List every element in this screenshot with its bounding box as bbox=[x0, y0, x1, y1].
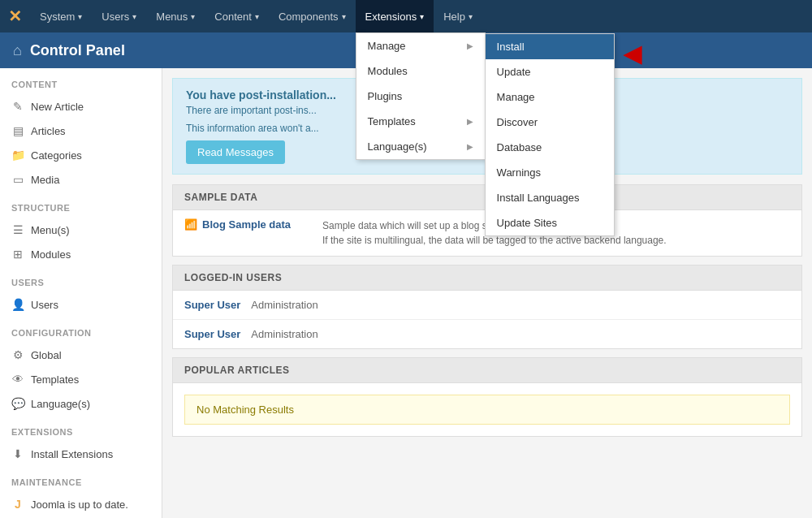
nav-label-users: Users bbox=[102, 11, 129, 23]
wifi-icon: 📶 bbox=[184, 218, 197, 231]
nav-label-extensions: Extensions bbox=[365, 11, 417, 23]
nav-item-system[interactable]: System ▾ bbox=[30, 0, 92, 32]
chevron-right-icon: ▶ bbox=[467, 142, 473, 151]
page-title: Control Panel bbox=[30, 42, 125, 59]
sidebar-item-new-article[interactable]: ✎ New Article bbox=[0, 94, 162, 119]
nav-label-system: System bbox=[40, 11, 75, 23]
joomla-logo: ✕ bbox=[8, 6, 22, 26]
nav-item-components[interactable]: Components ▾ bbox=[269, 0, 356, 32]
sidebar-section-configuration: CONFIGURATION bbox=[0, 317, 162, 343]
extensions-manage-item[interactable]: Manage ▶ Install ◀ Update Manage bbox=[356, 33, 485, 58]
gear-icon: ⚙ bbox=[11, 348, 24, 361]
pencil-icon: ✎ bbox=[11, 100, 24, 113]
folder-icon: 📁 bbox=[11, 149, 24, 162]
no-matching-results: No Matching Results bbox=[184, 395, 790, 425]
sidebar-item-languages[interactable]: 💬 Language(s) bbox=[0, 391, 162, 416]
sidebar-item-templates[interactable]: 👁 Templates bbox=[0, 367, 162, 391]
warnings-item[interactable]: Warnings bbox=[486, 160, 614, 185]
sidebar-item-label: New Article bbox=[31, 101, 84, 113]
blog-sample-label: Blog Sample data bbox=[202, 218, 291, 231]
chevron-down-icon: ▾ bbox=[255, 12, 259, 21]
sidebar-item-articles[interactable]: ▤ Articles bbox=[0, 119, 162, 143]
extensions-modules-label: Modules bbox=[368, 65, 408, 77]
warnings-label: Warnings bbox=[497, 166, 541, 179]
nav-item-users[interactable]: Users ▾ bbox=[92, 0, 146, 32]
sidebar-item-global[interactable]: ⚙ Global bbox=[0, 343, 162, 367]
list-icon: ▤ bbox=[11, 124, 24, 137]
sidebar-section-maintenance: MAINTENANCE bbox=[0, 466, 162, 492]
extensions-modules-item[interactable]: Modules bbox=[356, 58, 485, 84]
chevron-down-icon: ▾ bbox=[420, 12, 424, 21]
extensions-manage-label: Manage bbox=[368, 40, 406, 52]
database-item[interactable]: Database bbox=[486, 135, 614, 160]
sidebar-item-label: Media bbox=[31, 174, 59, 186]
nav-label-content: Content bbox=[214, 11, 252, 23]
logged-in-users-header: LOGGED-IN USERS bbox=[172, 265, 802, 290]
chevron-right-icon: ▶ bbox=[467, 117, 473, 126]
install-item[interactable]: Install ◀ bbox=[486, 34, 614, 59]
user-icon: 👤 bbox=[11, 298, 24, 311]
menu-icon: ☰ bbox=[11, 223, 24, 236]
super-user-link-1[interactable]: Super User bbox=[184, 299, 240, 311]
nav-item-menus[interactable]: Menus ▾ bbox=[146, 0, 205, 32]
sidebar-item-modules[interactable]: ⊞ Modules bbox=[0, 242, 162, 266]
top-navbar: ✕ System ▾ Users ▾ Menus ▾ Content ▾ bbox=[0, 0, 812, 32]
popular-articles-content: No Matching Results bbox=[172, 382, 802, 437]
manage-item[interactable]: Manage bbox=[486, 84, 614, 110]
update-item[interactable]: Update bbox=[486, 59, 614, 84]
install-languages-label: Install Languages bbox=[497, 192, 580, 204]
joomla-icon: J bbox=[11, 498, 24, 511]
update-sites-item[interactable]: Update Sites bbox=[486, 210, 614, 235]
sidebar-item-label: Global bbox=[31, 349, 62, 361]
sidebar-item-label: Users bbox=[31, 299, 58, 311]
sidebar-item-users[interactable]: 👤 Users bbox=[0, 292, 162, 317]
nav-item-extensions[interactable]: Extensions ▾ Manage ▶ Install ◀ Update bbox=[356, 0, 434, 32]
download-icon: ⬇ bbox=[11, 447, 24, 460]
super-user-link-2[interactable]: Super User bbox=[184, 328, 240, 340]
home-icon[interactable]: ⌂ bbox=[13, 42, 22, 59]
logged-user-row-2: Super User Administration bbox=[173, 320, 801, 348]
red-arrow-indicator: ◀ bbox=[624, 41, 641, 67]
chevron-down-icon: ▾ bbox=[191, 12, 195, 21]
chevron-down-icon: ▾ bbox=[469, 12, 473, 21]
install-languages-item[interactable]: Install Languages bbox=[486, 185, 614, 210]
discover-label: Discover bbox=[497, 116, 538, 128]
logged-in-users-content: Super User Administration Super User Adm… bbox=[172, 290, 802, 349]
blog-sample-link[interactable]: 📶 Blog Sample data bbox=[184, 218, 314, 231]
eye-icon: 👁 bbox=[11, 373, 24, 386]
sidebar-item-label: Install Extensions bbox=[31, 448, 113, 460]
chevron-down-icon: ▾ bbox=[78, 12, 82, 21]
nav-label-menus: Menus bbox=[156, 11, 188, 23]
modules-icon: ⊞ bbox=[11, 248, 24, 261]
extensions-languages-item[interactable]: Language(s) ▶ bbox=[356, 134, 485, 159]
read-messages-button[interactable]: Read Messages bbox=[186, 140, 285, 164]
extensions-templates-item[interactable]: Templates ▶ bbox=[356, 109, 485, 134]
extensions-plugins-item[interactable]: Plugins bbox=[356, 84, 485, 109]
extensions-plugins-label: Plugins bbox=[368, 90, 403, 102]
sidebar-item-label: Templates bbox=[31, 373, 79, 386]
nav-label-help: Help bbox=[443, 11, 465, 23]
no-results-row: No Matching Results bbox=[173, 383, 801, 436]
install-subdropdown: Install ◀ Update Manage Discover bbox=[485, 33, 615, 236]
sidebar-section-content: CONTENT bbox=[0, 68, 162, 94]
chevron-down-icon: ▾ bbox=[342, 12, 346, 21]
update-sites-label: Update Sites bbox=[497, 217, 557, 229]
logged-user-row-1: Super User Administration bbox=[173, 291, 801, 320]
sidebar-item-label: Joomla is up to date. bbox=[31, 499, 128, 511]
sidebar-item-media[interactable]: ▭ Media bbox=[0, 167, 162, 192]
update-label: Update bbox=[497, 66, 531, 78]
chevron-right-icon: ▶ bbox=[467, 41, 473, 50]
chevron-down-icon: ▾ bbox=[132, 12, 136, 21]
nav-item-content[interactable]: Content ▾ bbox=[205, 0, 269, 32]
sidebar-section-users: USERS bbox=[0, 266, 162, 292]
sidebar-item-joomla-uptodate[interactable]: J Joomla is up to date. bbox=[0, 492, 162, 516]
sidebar-section-structure: STRUCTURE bbox=[0, 192, 162, 218]
sidebar-item-install-extensions[interactable]: ⬇ Install Extensions bbox=[0, 442, 162, 466]
sidebar-item-menus[interactable]: ☰ Menu(s) bbox=[0, 218, 162, 242]
user-role-2: Administration bbox=[248, 328, 317, 340]
discover-item[interactable]: Discover bbox=[486, 110, 614, 135]
nav-item-help[interactable]: Help ▾ bbox=[434, 0, 482, 32]
chat-icon: 💬 bbox=[11, 397, 24, 410]
extensions-languages-label: Language(s) bbox=[368, 140, 427, 153]
sidebar-item-categories[interactable]: 📁 Categories bbox=[0, 143, 162, 167]
